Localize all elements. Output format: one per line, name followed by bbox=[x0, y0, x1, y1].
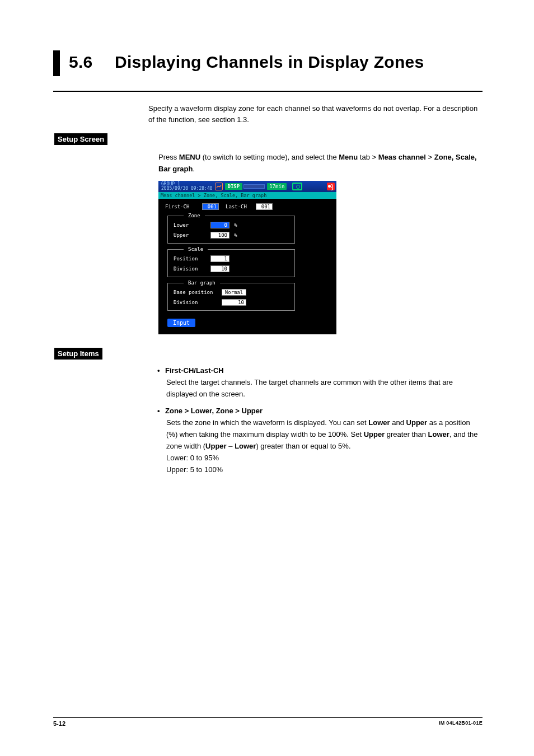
group-datetime: GROUP 1 2005/09/30 09:28:48 bbox=[160, 182, 213, 191]
zone-upper-label: Upper bbox=[174, 232, 207, 238]
record-icon bbox=[327, 183, 335, 190]
doc-id: IM 04L42B01-01E bbox=[439, 720, 483, 727]
item-body-first-last: Select the target channels. The target c… bbox=[166, 377, 483, 400]
interval-badge: 17min bbox=[267, 183, 287, 190]
zone-upper-range: Upper: 5 to 100% bbox=[166, 464, 483, 476]
breadcrumb: Meas channel > Zone, Scale, Bar graph bbox=[158, 192, 336, 199]
ch-row: First-CH 001 Last-CH 001 bbox=[165, 203, 331, 210]
zone-lower-range: Lower: 0 to 95% bbox=[166, 452, 483, 464]
zone-lower-label: Lower bbox=[174, 222, 207, 228]
zone-lower-field[interactable]: 0 bbox=[210, 222, 229, 228]
menu-key: MENU bbox=[179, 153, 200, 161]
progress-bar bbox=[243, 184, 265, 189]
screenshot-body: First-CH 001 Last-CH 001 Zone Lower 0 % … bbox=[158, 199, 336, 329]
item-title-first-last: First-CH/Last-CH bbox=[158, 366, 483, 375]
page-number: 5-12 bbox=[53, 720, 65, 727]
disp-badge: DISP bbox=[225, 183, 243, 190]
section-title-text: Displaying Channels in Display Zones bbox=[115, 53, 424, 71]
item-body-zone: Sets the zone in which the waveform is d… bbox=[166, 417, 483, 475]
bar-fieldset: Bar graph Base position Normal Division … bbox=[167, 283, 295, 311]
bar-division-field[interactable]: 10 bbox=[222, 299, 246, 306]
percent-label: % bbox=[233, 222, 238, 228]
setup-screen-instructions: Press MENU (to switch to setting mode), … bbox=[158, 152, 483, 175]
bar-base-field[interactable]: Normal bbox=[222, 289, 246, 296]
first-ch-label: First-CH bbox=[165, 204, 199, 209]
intro-paragraph: Specify a waveform display zone for each… bbox=[148, 103, 483, 125]
section-title: 5.6Displaying Channels in Display Zones bbox=[69, 50, 424, 76]
menu-tab: Menu bbox=[339, 153, 358, 161]
section-number: 5.6 bbox=[69, 53, 115, 72]
link-icon bbox=[215, 183, 223, 190]
item-first-last: First-CH/Last-CH Select the target chann… bbox=[158, 366, 483, 400]
scale-position-label: Position bbox=[174, 256, 207, 262]
section-title-row: 5.6Displaying Channels in Display Zones bbox=[53, 50, 483, 76]
scale-division-field[interactable]: 10 bbox=[210, 265, 229, 272]
bar-legend: Bar graph bbox=[184, 280, 220, 286]
screenshot-titlebar: GROUP 1 2005/09/30 09:28:48 DISP 17min bbox=[158, 181, 336, 192]
camera-icon bbox=[292, 183, 302, 190]
setup-screen-tag: Setup Screen bbox=[54, 133, 107, 145]
setup-items-tag: Setup Items bbox=[54, 348, 102, 360]
last-ch-label: Last-CH bbox=[226, 204, 252, 209]
title-divider bbox=[53, 91, 483, 92]
item-title-zone: Zone > Lower, Zone > Upper bbox=[158, 407, 483, 415]
title-accent-bar bbox=[53, 50, 60, 76]
device-screenshot: GROUP 1 2005/09/30 09:28:48 DISP 17min M… bbox=[158, 181, 336, 334]
zone-legend: Zone bbox=[184, 213, 205, 218]
scale-fieldset: Scale Position 1 Division 10 bbox=[167, 249, 295, 277]
page-footer: 5-12 IM 04L42B01-01E bbox=[53, 717, 483, 727]
last-ch-field[interactable]: 001 bbox=[256, 203, 273, 210]
input-button[interactable]: Input bbox=[167, 319, 195, 327]
item-zone: Zone > Lower, Zone > Upper Sets the zone… bbox=[158, 407, 483, 475]
first-ch-field[interactable]: 001 bbox=[202, 203, 219, 210]
scale-division-label: Division bbox=[174, 266, 207, 272]
scale-position-field[interactable]: 1 bbox=[210, 255, 229, 262]
meas-channel: Meas channel bbox=[378, 153, 426, 161]
zone-fieldset: Zone Lower 0 % Upper 100 % bbox=[167, 216, 295, 244]
percent-label-2: % bbox=[233, 232, 238, 238]
scale-legend: Scale bbox=[184, 246, 208, 252]
bar-division-label: Division bbox=[174, 300, 218, 305]
datetime-label: 2005/09/30 09:28:48 bbox=[161, 186, 213, 191]
zone-upper-field[interactable]: 100 bbox=[210, 232, 229, 239]
bar-base-label: Base position bbox=[174, 290, 218, 295]
